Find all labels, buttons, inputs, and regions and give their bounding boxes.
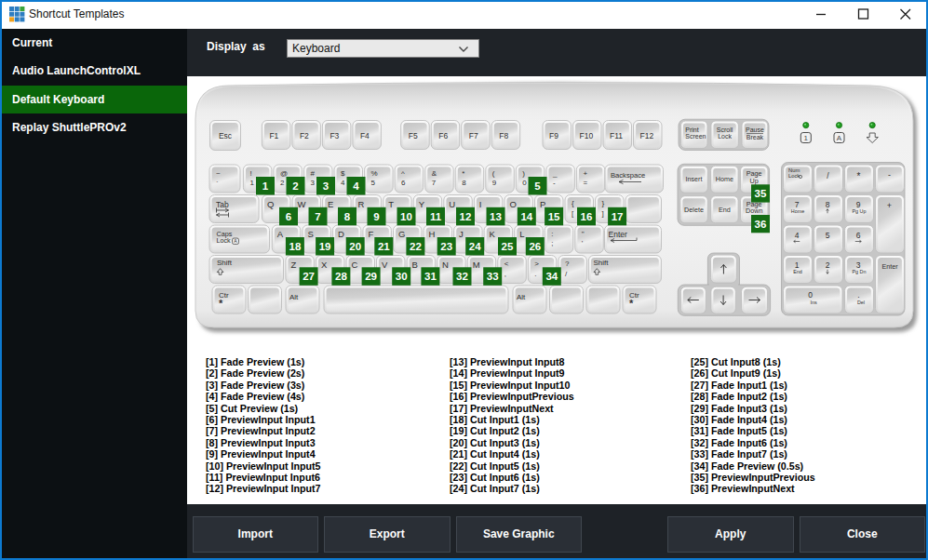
svg-text:2: 2: [292, 180, 298, 192]
svg-text:2: 2: [826, 260, 830, 270]
svg-text:B: B: [412, 260, 418, 270]
svg-text:F7: F7: [469, 131, 478, 140]
svg-text:Backspace: Backspace: [611, 171, 645, 180]
svg-text:24: 24: [469, 241, 481, 252]
svg-text:*: *: [857, 171, 861, 181]
svg-text:11: 11: [430, 211, 442, 222]
svg-text:F3: F3: [330, 131, 339, 140]
svg-text:+: +: [583, 169, 587, 178]
svg-text:6: 6: [401, 179, 406, 187]
svg-text:1: 1: [804, 134, 809, 142]
svg-text:23: 23: [440, 241, 452, 252]
svg-text:~: ~: [216, 169, 221, 178]
svg-text:36: 36: [755, 219, 767, 230]
svg-text:35: 35: [755, 188, 767, 199]
svg-text:*: *: [462, 169, 464, 178]
svg-text:1: 1: [262, 180, 269, 192]
svg-text:Y: Y: [419, 199, 425, 209]
svg-text:R: R: [358, 199, 365, 209]
svg-text:5: 5: [826, 231, 830, 240]
svg-text:N: N: [442, 260, 449, 270]
svg-text:6: 6: [856, 231, 861, 240]
svg-text:Down: Down: [746, 207, 762, 215]
svg-text:F9: F9: [549, 131, 558, 140]
svg-text:Delete: Delete: [684, 206, 704, 214]
svg-text:3: 3: [311, 179, 316, 187]
svg-text::: :: [551, 230, 553, 238]
svg-text:9: 9: [492, 179, 497, 187]
svg-text:F10: F10: [580, 131, 594, 140]
svg-text:X: X: [321, 260, 328, 270]
svg-text:F12: F12: [640, 131, 654, 140]
svg-text:L: L: [519, 229, 524, 239]
svg-text:Lock: Lock: [788, 173, 800, 179]
svg-text:^: ^: [401, 169, 405, 178]
svg-text:Scroll: Scroll: [717, 127, 733, 133]
svg-text:29: 29: [365, 271, 377, 282]
svg-text:4: 4: [795, 231, 800, 240]
svg-text:Shift: Shift: [217, 259, 233, 267]
svg-text:,: ,: [504, 270, 506, 278]
svg-text:4: 4: [353, 180, 359, 192]
svg-text:16: 16: [581, 211, 593, 222]
svg-text:8: 8: [344, 211, 351, 222]
svg-text:7: 7: [315, 211, 320, 222]
svg-text:+: +: [887, 201, 892, 210]
svg-text:0: 0: [808, 290, 813, 300]
svg-text:Alt: Alt: [289, 293, 299, 301]
svg-text:$: $: [341, 169, 345, 178]
svg-text:34: 34: [545, 271, 558, 282]
svg-text:G: G: [398, 229, 405, 239]
svg-text:19: 19: [319, 241, 331, 252]
svg-text:1: 1: [249, 179, 254, 187]
svg-text:31: 31: [424, 271, 437, 282]
svg-text:": ": [582, 230, 585, 238]
svg-text:F5: F5: [409, 131, 418, 140]
svg-text:Enter: Enter: [609, 230, 627, 239]
svg-text:*: *: [219, 298, 223, 309]
svg-text:]: ]: [602, 209, 604, 218]
svg-text:_: _: [552, 169, 558, 178]
svg-text:Pause: Pause: [746, 127, 764, 133]
svg-text:Screen: Screen: [685, 133, 706, 140]
svg-text:Num: Num: [788, 167, 800, 173]
svg-text:.: .: [857, 290, 859, 300]
svg-text:30: 30: [396, 271, 408, 282]
svg-text:4: 4: [341, 179, 345, 187]
svg-text:{: {: [572, 199, 574, 207]
svg-text:-: -: [888, 170, 891, 180]
svg-text:F8: F8: [499, 131, 508, 140]
svg-text:M: M: [473, 260, 480, 270]
svg-text:Lock: Lock: [718, 133, 732, 140]
svg-text:5: 5: [371, 179, 376, 187]
svg-text:-: -: [553, 179, 556, 187]
svg-text:=: =: [583, 179, 587, 187]
svg-text:U: U: [449, 199, 455, 209]
svg-text:Home: Home: [791, 208, 804, 214]
svg-text:28: 28: [335, 271, 347, 282]
svg-text:27: 27: [303, 271, 315, 282]
svg-text:Z: Z: [290, 260, 296, 270]
svg-text:F: F: [368, 229, 373, 239]
svg-text:12: 12: [460, 211, 472, 222]
svg-text:22: 22: [410, 241, 422, 252]
svg-text:S: S: [307, 229, 313, 239]
svg-text:Shift: Shift: [594, 259, 610, 267]
svg-text:33: 33: [487, 271, 499, 282]
svg-text:F4: F4: [360, 131, 370, 140]
svg-text:Alt: Alt: [517, 293, 526, 301]
svg-text:Lock: Lock: [217, 236, 232, 245]
svg-text:8: 8: [826, 200, 830, 209]
svg-text:3: 3: [323, 180, 329, 192]
svg-text:13: 13: [490, 211, 502, 222]
svg-text:2: 2: [280, 179, 285, 187]
svg-text:7: 7: [432, 179, 437, 187]
svg-text:Esc: Esc: [219, 131, 233, 140]
svg-text:!: !: [249, 169, 251, 178]
svg-text:F11: F11: [610, 131, 623, 140]
svg-text:<: <: [504, 260, 509, 268]
svg-text:8: 8: [462, 179, 466, 187]
svg-text:H: H: [429, 229, 436, 239]
svg-text:A: A: [837, 134, 842, 142]
svg-text:#: #: [311, 169, 316, 178]
